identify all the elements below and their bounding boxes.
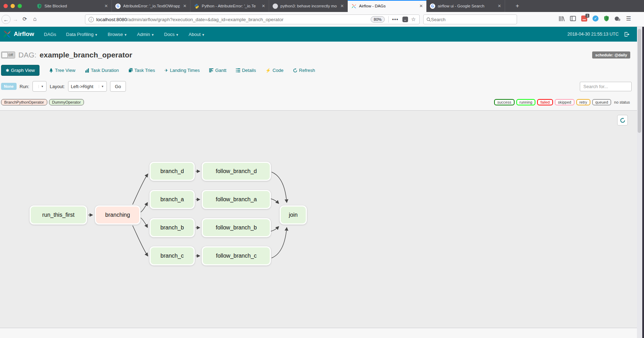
navbar-item-browse[interactable]: Browse▼ [108,32,127,37]
shield-extension-icon[interactable] [604,16,609,21]
run-select[interactable]: ▼ [32,81,47,92]
view-tab-gantt[interactable]: Gantt [209,68,226,73]
navbar-item-admin[interactable]: Admin▼ [137,32,154,37]
dag-node-join[interactable]: join [280,205,307,225]
view-tab-label: Task Tries [134,68,155,73]
url-text[interactable]: localhost:8080/admin/airflow/graph?execu… [96,17,369,22]
view-tab-details[interactable]: Details [236,68,256,73]
dag-node-follow_branch_a[interactable]: follow_branch_a [202,190,271,209]
view-tab-task-duration[interactable]: Task Duration [85,68,119,73]
tab-close-icon[interactable]: ✕ [497,4,502,8]
tab-close-icon[interactable]: ✕ [419,4,424,8]
dag-node-follow_branch_c[interactable]: follow_branch_c [202,246,271,265]
blue-extension-icon[interactable]: ✓ [593,16,599,21]
view-tab-tree-view[interactable]: Tree View [49,68,75,73]
menu-icon[interactable]: ☰ [626,15,631,22]
navbar-item-data-profiling[interactable]: Data Profiling▼ [66,32,98,37]
view-tab-task-tries[interactable]: Task Tries [128,68,155,73]
view-tab-graph-view[interactable]: ✱Graph View [1,65,40,76]
divider [388,16,389,23]
task-search-input[interactable] [580,82,632,91]
tab-close-icon[interactable]: ✕ [261,4,266,8]
scrollbar-thumb[interactable] [638,29,641,133]
reload-button[interactable]: ⟳ [23,16,27,22]
airflow-menu: DAGsData Profiling▼Browse▼Admin▼Docs▼Abo… [44,32,205,37]
dag-node-run_this_first[interactable]: run_this_first [30,205,87,225]
layout-select-value: Left->Right [71,84,93,89]
url-bar[interactable]: i localhost:8080/admin/airflow/graph?exe… [85,14,420,24]
zoom-level-badge[interactable]: 80% [371,16,385,23]
dag-node-branch_d[interactable]: branch_d [150,162,195,181]
back-button[interactable]: ← [1,15,11,24]
tab-close-icon[interactable]: ✕ [340,4,345,8]
tab-title: airflow ui - Google Search [438,4,494,8]
browser-tab-3[interactable]: python3: behave incorrectly mo✕ [269,0,348,12]
library-icon[interactable] [559,16,565,21]
github-favicon [273,4,278,9]
browser-tab-2[interactable]: Python - AttributeError: '_io.Te✕ [190,0,269,12]
toggle-label: Off [8,53,13,57]
navbar-item-dags[interactable]: DAGs [44,32,56,37]
list-icon [236,68,240,72]
dag-pause-toggle[interactable]: Off [1,51,15,59]
browser-tab-0[interactable]: Site Blocked✕ [33,0,112,12]
dag-node-branch_a[interactable]: branch_a [150,190,195,209]
logout-icon[interactable] [624,32,630,37]
dag-node-follow_branch_d[interactable]: follow_branch_d [202,162,271,181]
status-legend-running: running [516,99,536,105]
tree-icon [49,68,53,73]
plane-icon: ✈ [165,68,168,73]
graph-view-icon: ✱ [6,68,9,73]
close-window-icon[interactable] [4,4,8,8]
dag-node-branch_c[interactable]: branch_c [150,246,195,265]
browser-search-input[interactable] [431,17,514,22]
page-actions-icon[interactable]: ••• [390,17,401,22]
browser-tab-1[interactable]: GAttributeError: '_io.TextIOWrapp✕ [112,0,190,12]
red-extension-icon[interactable]: •••1 [581,16,587,21]
bookmark-star-icon[interactable]: ☆ [411,16,416,23]
dag-edge-follow_branch_d-to-join [272,172,287,202]
dag-node-follow_branch_b[interactable]: follow_branch_b [202,218,271,237]
caret-down-icon: ▼ [151,33,154,37]
minimize-window-icon[interactable] [11,4,15,8]
view-tab-refresh[interactable]: Refresh [293,68,315,73]
new-tab-button[interactable]: + [512,0,523,12]
tab-close-icon[interactable]: ✕ [104,4,109,8]
dag-node-branching[interactable]: branching [95,205,140,225]
navbar-item-docs[interactable]: Docs▼ [164,32,179,37]
shield-favicon [37,4,42,9]
home-button[interactable]: ⌂ [33,16,37,22]
copy-icon [128,68,133,73]
dag-edge-follow_branch_b-to-join [271,227,279,231]
dag-node-branch_b[interactable]: branch_b [150,218,195,237]
caret-down-icon: ▼ [202,33,205,37]
go-button[interactable]: Go [110,81,126,92]
dag-view-nav: ✱Graph ViewTree ViewTask DurationTask Tr… [1,65,315,76]
browser-search-bar[interactable] [423,14,517,24]
graph-refresh-button[interactable] [617,115,628,125]
page-info-icon[interactable]: i [89,17,94,22]
view-tab-label: Code [273,68,284,73]
status-legend-queued: queued [592,99,612,105]
sidebar-icon[interactable] [570,16,576,21]
dag-title-row: Off DAG: example_branch_operator [1,51,132,59]
window-edge [642,27,644,338]
bolt-icon: ⚡ [266,68,271,73]
airflow-brand[interactable]: Airflow [3,30,34,38]
view-tab-landing-times[interactable]: ✈Landing Times [165,68,200,73]
layout-select[interactable]: Left->Right ▼ [68,81,107,92]
dag-edge-branching-to-branch_a [141,203,147,212]
bar-chart-icon [85,68,89,73]
chevron-down-icon: ▼ [38,85,44,88]
spheres-extension-icon[interactable] [614,16,621,21]
browser-tab-4[interactable]: Airflow - DAGs✕ [348,0,426,12]
navbar-item-about[interactable]: About▼ [189,32,205,37]
view-tab-code[interactable]: ⚡Code [266,68,284,73]
forward-button[interactable]: → [13,16,18,22]
zoom-window-icon[interactable] [18,4,22,8]
tab-close-icon[interactable]: ✕ [182,4,187,8]
browser-tab-5[interactable]: Gairflow ui - Google Search✕ [426,0,505,12]
pocket-icon[interactable]: ⌄ [402,17,408,22]
page-scrollbar[interactable] [637,27,642,338]
refresh-icon [620,118,625,123]
